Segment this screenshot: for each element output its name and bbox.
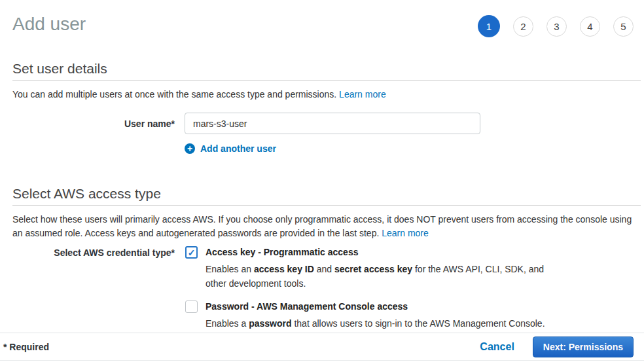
add-another-user-label: Add another user — [200, 143, 276, 154]
footer-actions: Cancel Next: Permissions — [480, 337, 634, 357]
desc-text: Enables a — [206, 318, 249, 329]
wizard-footer: * Required Cancel Next: Permissions — [0, 333, 644, 361]
step-2-indicator: 2 — [513, 16, 533, 37]
user-details-intro: You can add multiple users at once with … — [12, 88, 641, 101]
access-key-option-title: Access key - Programmatic access — [206, 246, 551, 259]
add-another-user-button[interactable]: + Add another user — [185, 143, 641, 154]
desc-text: Enables an — [206, 264, 254, 274]
username-row: User name* — [12, 113, 641, 134]
access-key-checkbox[interactable]: ✓ — [185, 246, 198, 259]
access-key-option: ✓ Access key - Programmatic access Enabl… — [185, 246, 551, 291]
password-option-title: Password - AWS Management Console access — [206, 300, 545, 313]
password-option-desc: Enables a password that allows users to … — [206, 316, 545, 331]
access-type-heading: Select AWS access type — [12, 186, 641, 206]
user-details-learn-more-link[interactable]: Learn more — [339, 89, 386, 100]
required-note: * Required — [3, 342, 49, 352]
credential-options: ✓ Access key - Programmatic access Enabl… — [185, 246, 551, 331]
plus-circle-icon: + — [185, 143, 195, 154]
access-type-learn-more-link[interactable]: Learn more — [382, 228, 429, 238]
user-details-intro-text: You can add multiple users at once with … — [12, 89, 336, 100]
password-option-body: Password - AWS Management Console access… — [206, 300, 545, 331]
step-5-indicator: 5 — [613, 16, 634, 37]
step-4-indicator: 4 — [580, 16, 600, 37]
credential-type-row: Select AWS credential type* ✓ Access key… — [12, 246, 641, 331]
username-label: User name* — [12, 118, 175, 129]
access-type-intro: Select how these users will primarily ac… — [12, 213, 641, 240]
page-header: Add user 1 2 3 4 5 — [0, 0, 644, 37]
cancel-button[interactable]: Cancel — [480, 341, 514, 353]
access-key-option-body: Access key - Programmatic access Enables… — [206, 246, 551, 291]
user-details-heading: Set user details — [12, 61, 641, 81]
desc-text: that allows users to sign-in to the AWS … — [292, 318, 545, 329]
access-type-intro-text: Select how these users will primarily ac… — [12, 214, 632, 238]
checkmark-icon: ✓ — [188, 247, 196, 258]
step-indicator: 1 2 3 4 5 — [478, 15, 634, 37]
password-checkbox[interactable] — [185, 300, 198, 313]
desc-bold-text: password — [249, 318, 291, 329]
step-1-indicator: 1 — [478, 15, 500, 37]
desc-bold-text: access key ID — [254, 264, 314, 274]
page-title: Add user — [12, 13, 86, 35]
desc-text: and — [314, 264, 334, 274]
step-3-indicator: 3 — [546, 16, 567, 37]
password-option: Password - AWS Management Console access… — [185, 300, 551, 331]
next-permissions-button[interactable]: Next: Permissions — [533, 337, 634, 357]
desc-bold-text: secret access key — [334, 264, 412, 274]
access-key-option-desc: Enables an access key ID and secret acce… — [206, 262, 551, 291]
credential-type-label: Select AWS credential type* — [12, 246, 175, 258]
username-input[interactable] — [185, 113, 480, 134]
